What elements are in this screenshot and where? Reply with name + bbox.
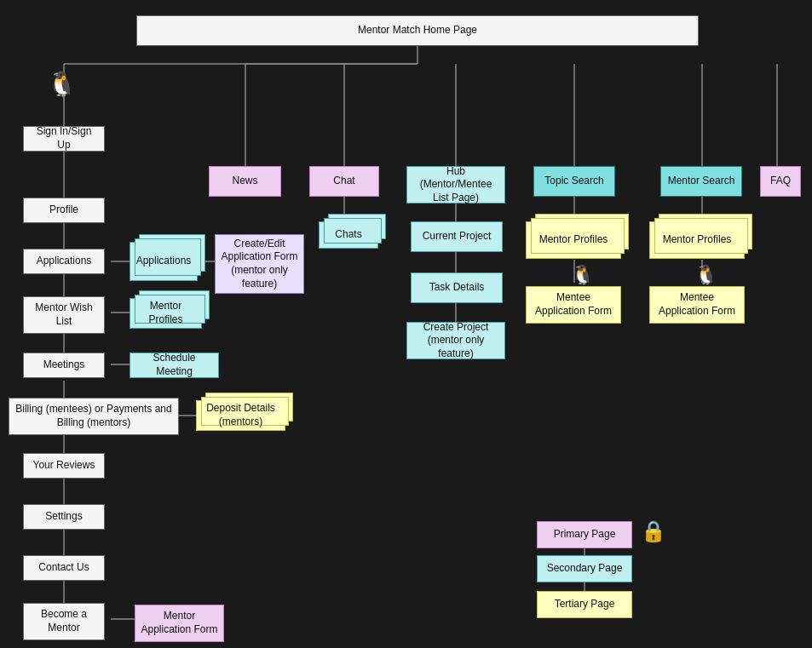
tertiary-page-box[interactable]: Tertiary Page [537,591,632,618]
task-details-box[interactable]: Task Details [411,272,503,303]
mentor-profiles-wish-label: Mentor Profiles [135,300,196,326]
create-project-label: Create Project (mentor only feature) [412,321,499,361]
mentor-search-label: Mentor Search [668,175,735,188]
primary-page-box[interactable]: Primary Page [537,521,632,548]
chat-box[interactable]: Chat [309,166,379,197]
diagram: 🐧 Mentor Match Home Page Sign In/Sign Up… [0,0,812,648]
secondary-page-box[interactable]: Secondary Page [537,555,632,582]
chats-label: Chats [335,228,361,242]
mentor-profiles-right-label: Mentor Profiles [663,233,732,247]
news-label: News [232,175,257,188]
billing-label: Billing (mentees) or Payments and Billin… [14,403,173,429]
contact-us-label: Contact Us [38,561,89,575]
meetings-label: Meetings [43,358,85,372]
mentee-app-form-left-label: Mentee Application Form [532,291,615,318]
mentor-profiles-right-box[interactable]: Mentor Profiles [649,221,745,259]
current-project-label: Current Project [423,230,492,244]
primary-page-label: Primary Page [554,528,616,542]
profile-label: Profile [49,204,78,217]
home-page-box: Mentor Match Home Page [136,15,699,46]
news-box[interactable]: News [209,166,281,197]
faq-label: FAQ [770,175,791,188]
penguin-icon-left: 🐧 [571,264,594,286]
mentor-wish-list-box[interactable]: Mentor Wish List [23,296,105,334]
schedule-meeting-label: Schedule Meeting [135,352,213,378]
lock-icon: 🔒 [641,519,666,543]
applications-card-box[interactable]: Applications [130,242,198,281]
settings-box[interactable]: Settings [23,504,105,530]
meetings-box[interactable]: Meetings [23,353,105,378]
create-edit-app-box[interactable]: Create/Edit Application Form (mentor onl… [215,234,304,294]
hub-label: Hub (Mentor/Mentee List Page) [412,165,499,205]
chats-box[interactable]: Chats [319,221,378,249]
contact-us-box[interactable]: Contact Us [23,555,105,581]
tertiary-page-label: Tertiary Page [555,598,615,611]
topic-search-box[interactable]: Topic Search [533,166,615,197]
deposit-details-box[interactable]: Deposit Details (mentors) [196,400,285,431]
mentor-profiles-left-box[interactable]: Mentor Profiles [526,221,621,259]
chat-label: Chat [333,175,354,188]
signin-label: Sign In/Sign Up [29,125,99,152]
become-mentor-box[interactable]: Become a Mentor [23,603,105,640]
applications-sidebar-box[interactable]: Applications [23,249,105,274]
topic-search-label: Topic Search [544,175,603,188]
mentee-app-form-left-box[interactable]: Mentee Application Form [526,286,621,324]
hub-box[interactable]: Hub (Mentor/Mentee List Page) [406,166,505,204]
your-reviews-box[interactable]: Your Reviews [23,453,105,479]
settings-label: Settings [45,510,82,524]
mentee-app-form-right-box[interactable]: Mentee Application Form [649,286,745,324]
create-project-box[interactable]: Create Project (mentor only feature) [406,322,505,359]
penguin-icon-right: 🐧 [694,264,717,286]
home-page-label: Mentor Match Home Page [358,24,477,37]
secondary-page-label: Secondary Page [547,562,623,576]
faq-box[interactable]: FAQ [760,166,801,197]
applications-card-label: Applications [136,255,192,268]
profile-box[interactable]: Profile [23,198,105,223]
billing-box[interactable]: Billing (mentees) or Payments and Billin… [9,398,179,435]
current-project-box[interactable]: Current Project [411,221,503,252]
mentor-app-form-box[interactable]: Mentor Application Form [135,605,224,642]
signin-box[interactable]: Sign In/Sign Up [23,126,105,152]
schedule-meeting-box[interactable]: Schedule Meeting [130,353,219,378]
penguin-icon-top: 🐧 [47,70,77,98]
create-edit-app-label: Create/Edit Application Form (mentor onl… [221,238,298,290]
mentor-profiles-left-label: Mentor Profiles [539,233,608,247]
mentee-app-form-right-label: Mentee Application Form [655,291,739,318]
become-mentor-label: Become a Mentor [29,608,99,634]
deposit-details-label: Deposit Details (mentors) [202,402,279,428]
mentor-wish-list-label: Mentor Wish List [29,301,99,328]
mentor-app-form-label: Mentor Application Form [141,610,218,636]
mentor-search-box[interactable]: Mentor Search [660,166,742,197]
mentor-profiles-wish-box[interactable]: Mentor Profiles [130,298,202,329]
your-reviews-label: Your Reviews [33,459,95,473]
task-details-label: Task Details [429,281,485,295]
applications-sidebar-label: Applications [37,255,92,268]
